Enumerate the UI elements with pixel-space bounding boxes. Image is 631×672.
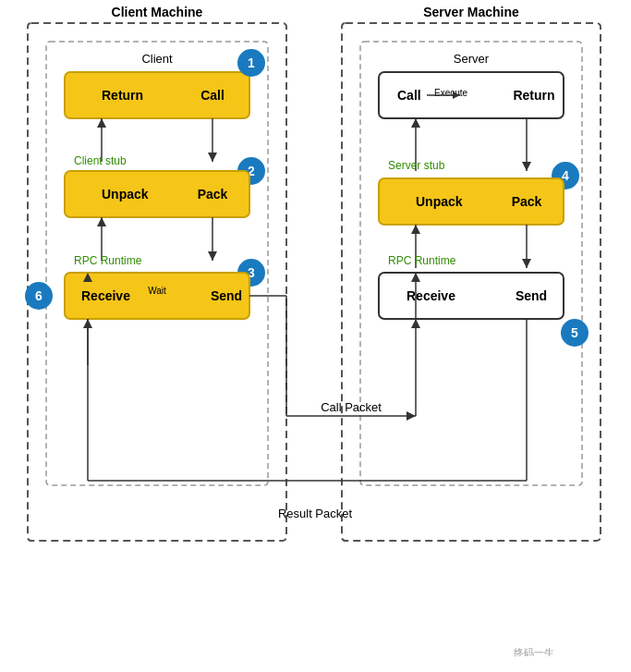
svg-text:Execute: Execute — [434, 88, 468, 98]
svg-marker-20 — [208, 251, 217, 261]
svg-text:Result Packet: Result Packet — [278, 507, 353, 520]
svg-point-44 — [552, 162, 579, 189]
svg-text:Call: Call — [200, 88, 224, 103]
main-container: Client Server Return Call 2 Client stub … — [0, 0, 631, 672]
svg-rect-0 — [28, 23, 286, 541]
svg-rect-1 — [342, 23, 601, 541]
svg-marker-72 — [83, 319, 92, 328]
svg-marker-53 — [411, 225, 420, 234]
svg-text:Send: Send — [516, 288, 547, 303]
svg-text:RPC Runtime: RPC Runtime — [388, 254, 456, 267]
svg-text:Server: Server — [454, 52, 490, 66]
svg-marker-41 — [522, 162, 531, 171]
svg-text:Client Machine: Client Machine — [112, 5, 203, 19]
svg-text:Send: Send — [211, 288, 242, 303]
svg-text:3: 3 — [248, 265, 255, 280]
svg-text:Call: Call — [397, 88, 421, 103]
svg-text:Call Packet: Call Packet — [321, 400, 382, 414]
svg-point-76 — [237, 49, 265, 77]
svg-marker-43 — [411, 118, 420, 128]
svg-text:Server Machine: Server Machine — [423, 5, 519, 19]
svg-text:2: 2 — [248, 164, 255, 178]
svg-text:Receive: Receive — [81, 288, 130, 303]
svg-marker-22 — [97, 217, 106, 226]
svg-marker-51 — [522, 259, 531, 268]
svg-text:RPC Runtime: RPC Runtime — [74, 254, 142, 267]
svg-point-23 — [237, 259, 265, 287]
svg-text:Wait: Wait — [148, 286, 166, 296]
svg-point-32 — [25, 282, 53, 310]
diagram-svg: Client Server Return Call 2 Client stub … — [0, 0, 631, 656]
svg-text:Receive: Receive — [407, 288, 455, 303]
svg-marker-12 — [97, 118, 106, 128]
svg-text:Unpack: Unpack — [416, 194, 463, 209]
svg-point-67 — [561, 319, 589, 347]
svg-text:Pack: Pack — [198, 187, 228, 202]
svg-marker-31 — [83, 273, 92, 282]
svg-rect-47 — [379, 178, 564, 225]
svg-text:5: 5 — [571, 325, 578, 340]
svg-text:终码一生: 终码一生 — [514, 647, 554, 656]
svg-text:Unpack: Unpack — [102, 187, 149, 202]
svg-rect-2 — [46, 42, 268, 485]
svg-text:Return: Return — [102, 88, 143, 103]
svg-text:Return: Return — [513, 88, 554, 103]
svg-rect-55 — [379, 273, 564, 319]
svg-text:4: 4 — [562, 168, 569, 183]
svg-text:1: 1 — [248, 55, 255, 70]
svg-rect-3 — [360, 42, 582, 485]
svg-rect-26 — [65, 273, 249, 319]
svg-text:Client: Client — [141, 52, 173, 66]
svg-text:6: 6 — [35, 288, 42, 303]
svg-text:Pack: Pack — [512, 194, 542, 209]
svg-point-13 — [237, 157, 265, 185]
svg-marker-65 — [411, 319, 420, 328]
svg-marker-38 — [453, 92, 460, 99]
svg-marker-59 — [411, 273, 420, 282]
svg-text:Client stub: Client stub — [74, 154, 127, 167]
svg-marker-63 — [407, 411, 416, 421]
svg-rect-34 — [379, 72, 564, 118]
svg-rect-16 — [65, 171, 249, 217]
svg-rect-6 — [65, 72, 249, 118]
svg-text:Server stub: Server stub — [388, 159, 445, 172]
svg-marker-10 — [208, 153, 217, 162]
